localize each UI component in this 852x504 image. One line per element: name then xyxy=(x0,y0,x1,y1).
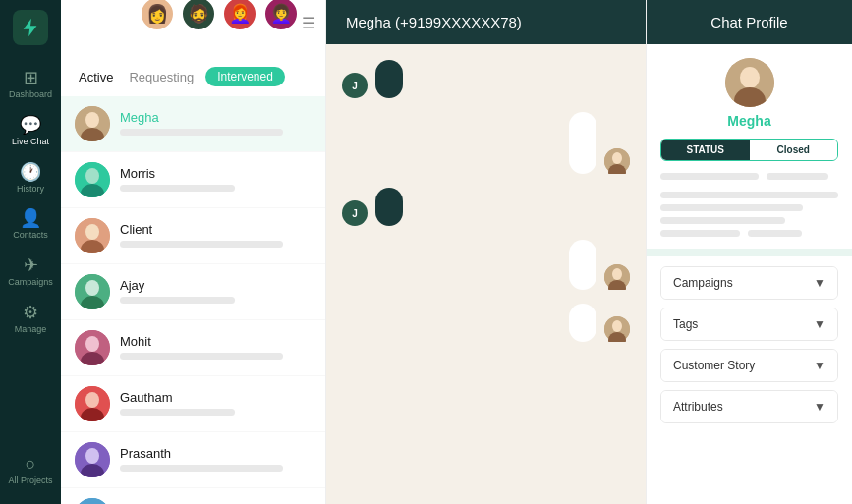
message-row: J xyxy=(342,188,630,226)
tab-requesting[interactable]: Requesting xyxy=(125,68,198,86)
chat-item[interactable]: Client xyxy=(61,208,325,264)
sidebar-item-label: Live Chat xyxy=(12,137,49,147)
message-bubble-received xyxy=(569,304,596,342)
chat-area: Megha (+9199XXXXXX78) J J xyxy=(326,0,646,504)
profile-line xyxy=(767,173,828,180)
chat-item[interactable]: Morris xyxy=(61,152,325,208)
chat-name: Morris xyxy=(120,166,312,181)
message-row: J xyxy=(342,60,630,98)
message-avatar: J xyxy=(342,200,368,226)
chat-preview xyxy=(120,353,283,360)
status-value: Closed xyxy=(750,140,838,160)
campaigns-icon: ✈ xyxy=(24,256,38,274)
chat-item[interactable]: Ajay xyxy=(61,264,325,320)
livechat-icon: 💬 xyxy=(20,116,41,134)
accordion-campaigns: Campaigns ▼ xyxy=(660,266,838,300)
message-row xyxy=(342,112,630,174)
chat-item[interactable]: Gautham xyxy=(61,376,325,432)
svg-point-21 xyxy=(75,498,110,504)
svg-point-28 xyxy=(612,268,622,280)
avatar xyxy=(75,386,110,421)
sidebar-item-allprojects[interactable]: ○ All Projects xyxy=(0,447,61,494)
message-bubble-received xyxy=(569,240,596,290)
accordion-header[interactable]: Tags ▼ xyxy=(661,308,837,340)
top-avatar-2[interactable]: 🧔 xyxy=(181,0,216,31)
chat-name: Gautham xyxy=(120,390,312,405)
accordion-customer-story: Customer Story ▼ xyxy=(660,349,838,382)
profile-line xyxy=(660,204,803,211)
chat-name: Mohit xyxy=(120,334,312,349)
sidebar-item-label: Manage xyxy=(15,324,47,335)
message-bubble-sent xyxy=(375,188,403,226)
accordion-header[interactable]: Campaigns ▼ xyxy=(661,267,837,299)
contacts-icon: 👤 xyxy=(20,209,41,227)
chat-item[interactable]: Saurabh xyxy=(61,488,325,504)
dashboard-icon: ⊞ xyxy=(24,69,38,86)
accordion-header[interactable]: Attributes ▼ xyxy=(661,391,837,422)
chevron-down-icon: ▼ xyxy=(814,276,825,290)
tab-active[interactable]: Active xyxy=(75,68,117,86)
chat-preview xyxy=(120,185,235,192)
chat-preview xyxy=(120,129,283,136)
chat-info: Prasanth xyxy=(120,446,312,475)
profile-line xyxy=(748,230,801,237)
status-label: STATUS xyxy=(661,140,750,160)
chat-preview xyxy=(120,409,235,416)
sidebar-item-campaigns[interactable]: ✈ Campaigns xyxy=(0,249,61,296)
sidebar-item-label: Dashboard xyxy=(9,89,52,100)
history-icon: 🕐 xyxy=(20,163,41,181)
accordion-label: Attributes xyxy=(673,400,723,414)
profile-line xyxy=(660,217,785,224)
chat-info: Client xyxy=(120,222,312,251)
message-avatar: J xyxy=(342,73,368,98)
chat-name: Client xyxy=(120,222,312,237)
chevron-down-icon: ▼ xyxy=(814,359,825,372)
profile-avatar xyxy=(725,58,774,107)
chat-list-header: Active Requesting Intervened xyxy=(61,53,325,96)
chat-info: Ajay xyxy=(120,278,312,307)
top-avatar-1[interactable]: 👩 xyxy=(140,0,175,31)
chat-name: Ajay xyxy=(120,278,312,293)
sidebar: ⊞ Dashboard 💬 Live Chat 🕐 History 👤 Cont… xyxy=(0,0,61,504)
message-row xyxy=(342,304,630,342)
sidebar-item-history[interactable]: 🕐 History xyxy=(0,155,61,202)
chat-header-title: Megha (+9199XXXXXX78) xyxy=(346,14,522,30)
profile-name: Megha xyxy=(660,113,838,129)
sidebar-item-livechat[interactable]: 💬 Live Chat xyxy=(0,108,61,155)
svg-point-4 xyxy=(85,168,99,184)
avatar xyxy=(75,162,110,197)
sidebar-item-label: Contacts xyxy=(13,230,48,241)
chat-tabs: Active Requesting Intervened xyxy=(75,67,312,86)
tab-intervened[interactable]: Intervened xyxy=(205,67,285,86)
profile-line xyxy=(660,230,740,237)
accordion-attributes: Attributes ▼ xyxy=(660,390,838,423)
accordion-tags: Tags ▼ xyxy=(660,308,838,341)
profile-line xyxy=(660,173,759,180)
chat-info: Gautham xyxy=(120,390,312,419)
chat-item[interactable]: Megha xyxy=(61,96,325,152)
avatar xyxy=(75,442,110,477)
sidebar-item-label: All Projects xyxy=(8,476,52,486)
chat-preview xyxy=(120,297,235,304)
accordion-header[interactable]: Customer Story ▼ xyxy=(661,350,837,381)
svg-point-1 xyxy=(85,112,99,128)
profile-title: Chat Profile xyxy=(710,14,787,30)
svg-point-31 xyxy=(612,320,622,332)
profile-line xyxy=(660,192,838,198)
svg-point-19 xyxy=(85,448,99,464)
sidebar-item-manage[interactable]: ⚙ Manage xyxy=(0,296,61,343)
chat-name: Prasanth xyxy=(120,446,312,461)
profile-avatar-wrap xyxy=(660,58,838,107)
avatar xyxy=(75,498,110,504)
hamburger-icon[interactable]: ☰ xyxy=(302,14,315,32)
chat-list-panel: 👩 🧔 👩‍🦰 👩‍🦱 ☰ Active Requesting Interven… xyxy=(61,0,326,504)
top-avatar-3[interactable]: 👩‍🦰 xyxy=(222,0,257,31)
chat-item[interactable]: Prasanth xyxy=(61,432,325,488)
top-avatar-4[interactable]: 👩‍🦱 xyxy=(263,0,299,31)
sidebar-item-dashboard[interactable]: ⊞ Dashboard xyxy=(0,61,61,108)
chat-item[interactable]: Mohit xyxy=(61,320,325,376)
accordion-label: Customer Story xyxy=(673,359,755,372)
accordion-label: Campaigns xyxy=(673,276,733,290)
svg-point-7 xyxy=(85,224,99,240)
sidebar-item-contacts[interactable]: 👤 Contacts xyxy=(0,201,61,249)
